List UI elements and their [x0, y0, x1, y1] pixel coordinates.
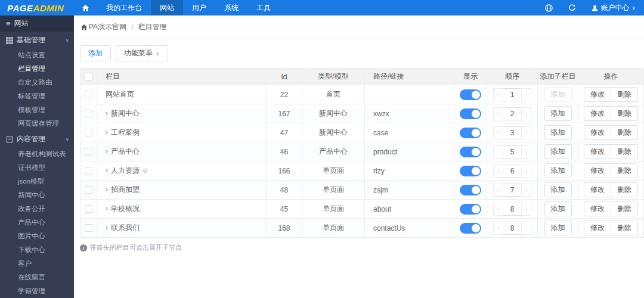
order-up-button[interactable]: ↑ — [493, 88, 503, 101]
topnav-item[interactable]: 网站 — [151, 0, 183, 15]
sidebar-item[interactable]: 新闻中心 — [0, 188, 74, 202]
visible-toggle[interactable] — [460, 166, 481, 176]
sidebar-item[interactable]: 养老机构测试表 — [0, 147, 74, 161]
edit-button[interactable]: 修改 — [584, 201, 611, 216]
delete-button[interactable]: 删除 — [611, 182, 638, 197]
row-checkbox[interactable] — [85, 129, 92, 136]
topnav-item[interactable]: 工具 — [247, 0, 280, 15]
add-child-button[interactable]: 添加 — [544, 201, 572, 216]
sidebar-item[interactable]: 标签管理 — [0, 89, 74, 103]
expand-arrow-icon[interactable]: › — [106, 128, 108, 136]
expand-arrow-icon[interactable]: › — [106, 204, 108, 213]
add-child-button[interactable]: 添加 — [544, 106, 572, 121]
visible-toggle[interactable] — [460, 89, 481, 100]
add-child-button[interactable]: 添加 — [544, 163, 572, 178]
order-down-button[interactable]: ↓ — [521, 88, 531, 101]
order-up-button[interactable]: ↑ — [493, 164, 503, 178]
order-down-button[interactable]: ↓ — [521, 222, 531, 235]
sidebar-item[interactable]: 证书模型 — [0, 161, 74, 175]
row-checkbox[interactable] — [85, 91, 92, 98]
visible-toggle[interactable] — [460, 128, 481, 138]
visible-toggle[interactable] — [460, 204, 481, 215]
row-checkbox[interactable] — [85, 148, 92, 156]
add-child-button[interactable]: 添加 — [544, 144, 572, 159]
order-input[interactable]: 3 — [503, 126, 521, 139]
sidebar-group-content[interactable]: 内容管理 ∨ — [0, 131, 74, 147]
sidebar-item[interactable]: json模型 — [0, 175, 74, 188]
order-up-button[interactable]: ↑ — [493, 145, 503, 159]
order-up-button[interactable]: ↑ — [493, 126, 503, 139]
expand-arrow-icon[interactable]: › — [106, 224, 108, 232]
sidebar-item[interactable]: 图片中心 — [0, 229, 74, 243]
topnav-item[interactable]: 我的工作台 — [97, 0, 151, 15]
account-menu[interactable]: 账户中心 ∨ — [592, 3, 636, 13]
globe-icon[interactable] — [545, 4, 553, 12]
order-up-button[interactable]: ↑ — [493, 184, 503, 197]
delete-button[interactable]: 删除 — [611, 106, 638, 121]
order-up-button[interactable]: ↑ — [493, 107, 503, 120]
order-up-button[interactable]: ↑ — [493, 203, 503, 216]
add-child-button[interactable]: 添加 — [544, 221, 572, 235]
delete-button[interactable]: 删除 — [611, 125, 638, 140]
order-input[interactable]: 1 — [503, 88, 521, 101]
topnav-item[interactable]: 系统 — [215, 0, 247, 15]
order-input[interactable]: 8 — [503, 222, 521, 235]
edit-button[interactable]: 修改 — [584, 163, 611, 178]
row-checkbox[interactable] — [85, 167, 92, 175]
order-down-button[interactable]: ↓ — [521, 203, 531, 216]
edit-button[interactable]: 修改 — [584, 87, 611, 102]
expand-arrow-icon[interactable]: › — [106, 166, 108, 175]
sidebar-item[interactable]: 产品中心 — [0, 216, 74, 229]
function-menu-button[interactable]: 功能菜单 ∨ — [116, 45, 168, 61]
refresh-icon[interactable] — [568, 4, 576, 12]
order-input[interactable]: 2 — [503, 107, 521, 120]
sidebar-item[interactable]: 模板管理 — [0, 103, 74, 117]
delete-button[interactable]: 删除 — [611, 144, 638, 159]
breadcrumb-site[interactable]: PA演示官网 — [89, 22, 126, 32]
visible-toggle[interactable] — [460, 185, 481, 195]
select-all-checkbox[interactable] — [85, 73, 92, 80]
row-checkbox[interactable] — [85, 110, 92, 117]
add-child-button[interactable]: 添加 — [544, 182, 572, 197]
add-button[interactable]: 添加 — [80, 45, 111, 61]
edit-button[interactable]: 修改 — [584, 125, 611, 140]
sidebar-item[interactable]: 政务公开 — [0, 202, 74, 216]
order-input[interactable]: 8 — [503, 203, 521, 216]
visible-toggle[interactable] — [460, 223, 481, 234]
edit-button[interactable]: 修改 — [584, 221, 611, 235]
sidebar-item[interactable]: 栏目管理 — [0, 62, 74, 76]
order-down-button[interactable]: ↓ — [521, 107, 531, 120]
sidebar-item[interactable]: 自定义路由 — [0, 76, 74, 89]
sidebar-group-basic[interactable]: 基础管理 ∨ — [0, 32, 74, 48]
sidebar-item[interactable]: 客户 — [0, 257, 74, 271]
order-input[interactable]: 5 — [503, 145, 521, 159]
delete-button[interactable]: 删除 — [611, 87, 638, 102]
order-input[interactable]: 6 — [503, 164, 521, 178]
row-checkbox[interactable] — [85, 224, 92, 232]
expand-arrow-icon[interactable]: › — [106, 185, 108, 194]
delete-button[interactable]: 删除 — [611, 201, 638, 216]
edit-button[interactable]: 修改 — [584, 144, 611, 159]
sidebar-header[interactable]: ≡ 网站 — [0, 15, 74, 32]
row-checkbox[interactable] — [85, 205, 92, 213]
order-down-button[interactable]: ↓ — [521, 145, 531, 159]
add-child-button[interactable]: 添加 — [544, 125, 572, 140]
expand-arrow-icon[interactable]: › — [106, 109, 108, 117]
sidebar-item[interactable]: 下载中心 — [0, 243, 74, 257]
edit-button[interactable]: 修改 — [584, 106, 611, 121]
home-icon[interactable] — [74, 0, 97, 15]
order-down-button[interactable]: ↓ — [521, 126, 531, 139]
topnav-item[interactable]: 用户 — [183, 0, 215, 15]
edit-button[interactable]: 修改 — [584, 182, 611, 197]
sidebar-item[interactable]: 学籍管理 — [0, 284, 74, 298]
sidebar-item[interactable]: 网页缓存管理 — [0, 117, 74, 131]
visible-toggle[interactable] — [460, 108, 481, 119]
visible-toggle[interactable] — [460, 147, 481, 157]
row-checkbox[interactable] — [85, 186, 92, 194]
order-input[interactable]: 7 — [503, 184, 521, 197]
delete-button[interactable]: 删除 — [611, 163, 638, 178]
expand-arrow-icon[interactable]: › — [106, 147, 108, 156]
order-down-button[interactable]: ↓ — [521, 184, 531, 197]
sidebar-item[interactable]: 站点设置 — [0, 48, 74, 62]
delete-button[interactable]: 删除 — [611, 221, 638, 235]
